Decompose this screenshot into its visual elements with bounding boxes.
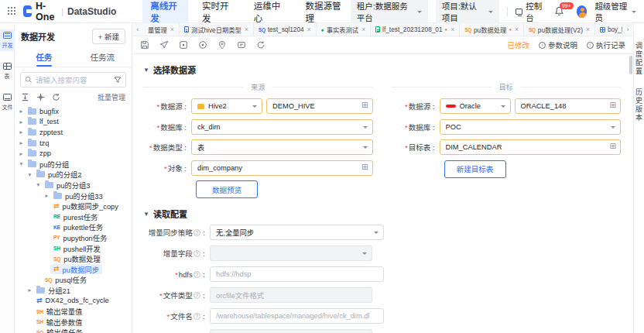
table-pick-icon[interactable]: ⊞ bbox=[361, 163, 368, 171]
submit-icon[interactable] bbox=[159, 40, 169, 50]
tree-item[interactable]: PYpupython任务 bbox=[18, 232, 132, 243]
tree-item[interactable]: ▾pu的分组3 bbox=[18, 180, 132, 191]
nav-item-1[interactable]: 实时开发 bbox=[194, 0, 240, 26]
tree-item[interactable]: ▾pu的分组 bbox=[18, 159, 132, 170]
editor-tab-2[interactable]: SQtest_sql1204× bbox=[254, 23, 317, 36]
select-field[interactable]: 表 bbox=[191, 139, 373, 155]
close-icon[interactable]: × bbox=[361, 26, 365, 33]
tree-item[interactable]: ▸bugfix bbox=[18, 106, 132, 117]
console-link[interactable]: 控制台 bbox=[516, 0, 546, 23]
tree-item[interactable]: ⇄pu数据同步_copy bbox=[18, 201, 132, 211]
select-field[interactable]: POC bbox=[440, 119, 622, 135]
collapse-all-icon[interactable] bbox=[21, 93, 29, 101]
tree-item[interactable]: ▸pu的分组33 bbox=[18, 191, 132, 201]
help-icon[interactable]: ? bbox=[194, 313, 200, 320]
input-field[interactable]: /warehouse/tablespace/managed/hive/ck_di… bbox=[210, 308, 384, 324]
close-icon[interactable]: × bbox=[170, 26, 174, 33]
editor-tab-6[interactable]: SQpu数据处理(V2)× bbox=[524, 23, 595, 36]
save-icon[interactable] bbox=[140, 40, 149, 50]
editor-tab-7[interactable]: boy_failedSql× bbox=[595, 23, 622, 36]
pin-icon[interactable] bbox=[218, 40, 227, 50]
section-read-config[interactable]: ▼ 读取配置 bbox=[143, 208, 621, 220]
input-field[interactable]: ORACLE_148⊞ bbox=[515, 98, 622, 114]
format-icon[interactable] bbox=[237, 40, 246, 50]
input-field[interactable]: DEMO_HIVE⊞ bbox=[266, 98, 373, 114]
tree-item[interactable]: ▸zpp bbox=[18, 148, 132, 159]
tree-item[interactable]: SH输出常量值 bbox=[18, 306, 132, 317]
select-field[interactable]: Oracle bbox=[440, 98, 511, 114]
new-task-button[interactable]: + 新建 bbox=[92, 29, 125, 44]
tree-item[interactable]: ⇄DX42_ods_fc_cycle bbox=[18, 296, 132, 307]
stop-icon[interactable] bbox=[198, 40, 207, 50]
user-menu[interactable]: 超级管理员 bbox=[594, 0, 636, 23]
tree-item[interactable]: ▸zpptest bbox=[18, 127, 132, 138]
close-icon[interactable]: × bbox=[450, 26, 454, 33]
tree-item[interactable]: KEpukettle任务 bbox=[18, 222, 132, 233]
tree-item[interactable]: SQpu数据处理 bbox=[18, 253, 132, 264]
rail-item-0[interactable]: 开发 bbox=[0, 29, 15, 51]
scrollbar-thumb[interactable] bbox=[629, 56, 632, 74]
explorer-tab-0[interactable]: 任务 bbox=[15, 48, 74, 67]
locate-icon[interactable] bbox=[36, 93, 45, 101]
select-field[interactable]: Hive2 bbox=[191, 98, 262, 114]
explorer-tab-1[interactable]: 任务流 bbox=[74, 48, 132, 67]
avatar[interactable] bbox=[577, 5, 587, 18]
select-field[interactable]: ck_dim bbox=[191, 119, 373, 135]
app-grid-icon[interactable] bbox=[8, 7, 15, 15]
help-icon[interactable]: ? bbox=[194, 271, 200, 278]
refresh-icon[interactable] bbox=[52, 93, 60, 101]
close-icon[interactable]: × bbox=[586, 26, 590, 33]
select-field[interactable] bbox=[210, 245, 372, 261]
params-doc-link[interactable]: i参数说明 bbox=[539, 39, 577, 50]
tree-item[interactable]: SQ输出值任务 bbox=[18, 327, 132, 333]
editor-tab-3[interactable]: ●事实表测试× bbox=[317, 23, 371, 36]
rail-item-1[interactable]: 表 bbox=[0, 60, 15, 82]
tree-item[interactable]: ▸tzq bbox=[18, 138, 132, 149]
tree-item[interactable]: SQpusql任务 bbox=[18, 275, 132, 286]
run-icon[interactable] bbox=[179, 40, 188, 50]
section-select-datasource[interactable]: ▼ 选择数据源 bbox=[143, 64, 621, 76]
reload-icon[interactable] bbox=[256, 40, 265, 50]
input-field[interactable] bbox=[210, 329, 372, 333]
tree-item[interactable]: REpurest任务 bbox=[18, 211, 132, 222]
tabs-scroll-right[interactable]: › bbox=[622, 23, 633, 36]
table-pick-icon[interactable]: ⊞ bbox=[610, 142, 616, 150]
help-icon[interactable]: ? bbox=[194, 229, 200, 236]
input-field[interactable]: orcfile文件格式 bbox=[210, 287, 372, 303]
tree-item[interactable]: ▸lf_test bbox=[18, 117, 132, 128]
help-icon[interactable]: ? bbox=[194, 292, 200, 299]
search-input[interactable] bbox=[36, 76, 111, 84]
project-select[interactable]: 项目:默认项目 bbox=[436, 0, 499, 26]
notifications-button[interactable]: 99+ bbox=[554, 6, 564, 16]
tree-item[interactable]: SHpushell开发 bbox=[18, 243, 132, 254]
select-field[interactable]: 无,全量同步 bbox=[210, 225, 384, 240]
rail-item-2[interactable]: 文件 bbox=[0, 91, 15, 113]
tree-item[interactable]: ▸分组21 bbox=[18, 285, 132, 296]
batch-manage-link[interactable]: 批量管理 bbox=[98, 92, 125, 102]
close-icon[interactable]: × bbox=[307, 26, 311, 33]
tabs-scroll-left[interactable]: ‹ bbox=[132, 23, 143, 36]
dock-tab-history[interactable]: 历史版本 bbox=[634, 88, 644, 122]
input-field[interactable]: dim_company⊞ bbox=[191, 160, 373, 176]
tenant-select[interactable]: 租户:数据服务平台 bbox=[351, 0, 428, 26]
exec-history-link[interactable]: i执行记录 bbox=[587, 39, 625, 50]
filter-icon[interactable] bbox=[114, 76, 122, 84]
nav-item-3[interactable]: 数据源管理 bbox=[297, 0, 350, 26]
editor-tab-1[interactable]: 测试hive日期类型× bbox=[180, 23, 254, 36]
tree-item[interactable]: ⇄pu数据同步 bbox=[18, 264, 132, 275]
table-pick-icon[interactable]: ⊞ bbox=[361, 101, 368, 109]
close-icon[interactable]: × bbox=[515, 26, 519, 33]
tree-item[interactable]: SH输出参数值 bbox=[18, 317, 132, 328]
input-field[interactable]: DIM_CALENDAR⊞ bbox=[440, 139, 622, 155]
editor-tab-4[interactable]: lf_test_20231208_01●× bbox=[371, 23, 460, 36]
nav-item-0[interactable]: 离线开发 bbox=[142, 0, 188, 26]
help-icon[interactable]: ? bbox=[194, 250, 200, 257]
dock-tab-schedule[interactable]: 调度配置 bbox=[634, 42, 644, 76]
tree-item[interactable]: ▾pu的分组2 bbox=[18, 170, 132, 180]
close-icon[interactable]: × bbox=[245, 26, 248, 33]
editor-tab-0[interactable]: 量管理× bbox=[143, 23, 180, 36]
data-preview-button[interactable]: 数据预览 bbox=[196, 180, 258, 198]
table-pick-icon[interactable]: ⊞ bbox=[610, 101, 616, 109]
nav-item-2[interactable]: 运维中心 bbox=[246, 0, 292, 26]
create-target-table-button[interactable]: 新建目标表 bbox=[444, 160, 506, 178]
